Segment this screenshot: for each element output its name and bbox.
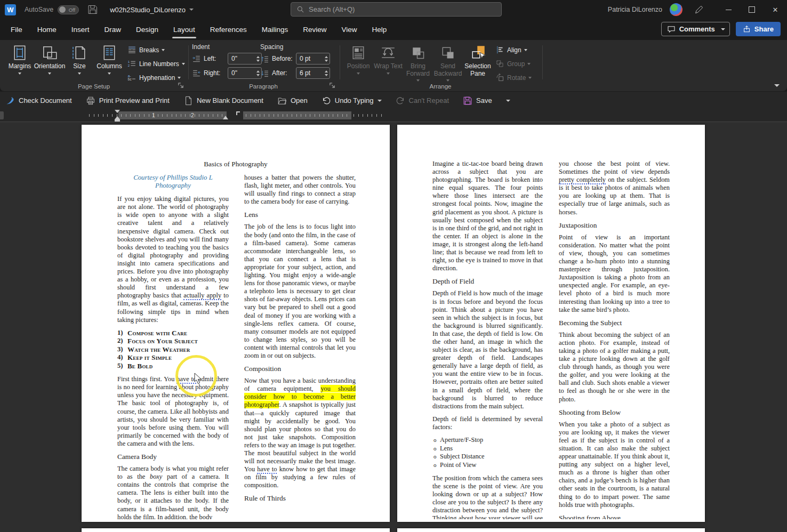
check-document-button[interactable]: Check Document <box>5 96 72 106</box>
share-button[interactable]: Share <box>736 22 781 36</box>
column2-indent-marker[interactable] <box>236 111 240 115</box>
doc-subheading: Shooting from Below <box>559 408 670 416</box>
page1-column1: Courtesy of Phillips Studio L Photograph… <box>117 174 229 519</box>
spacing-label: Spacing <box>260 43 330 51</box>
doc-para: Now that you have a basic understanding … <box>244 377 356 489</box>
spinner-buttons[interactable] <box>256 70 260 76</box>
doc-subheading: Rule of Thirds <box>244 494 356 502</box>
search-input[interactable]: Search (Alt+Q) <box>291 2 502 17</box>
align-button[interactable]: Align <box>494 44 533 55</box>
line-numbers-icon: 12 <box>127 59 136 68</box>
line-numbers-button[interactable]: 12Line Numbers <box>126 58 187 69</box>
breaks-button[interactable]: Breaks <box>126 44 187 55</box>
save-button[interactable]: Save <box>463 96 492 106</box>
tab-draw[interactable]: Draw <box>97 19 129 40</box>
horizontal-ruler[interactable]: 1 2 <box>83 111 390 119</box>
comments-button[interactable]: Comments <box>661 22 730 36</box>
chevron-down-icon <box>178 77 181 79</box>
spinner-buttons[interactable] <box>325 56 328 62</box>
open-button[interactable]: Open <box>277 96 308 106</box>
chevron-down-icon <box>48 72 51 75</box>
avatar[interactable] <box>670 3 682 16</box>
group-icon <box>495 59 504 68</box>
tab-mailings[interactable]: Mailings <box>254 19 296 40</box>
maximize-button[interactable] <box>740 0 764 19</box>
tab-help[interactable]: Help <box>365 19 395 40</box>
spin-up-icon[interactable] <box>256 56 260 58</box>
undo-typing-button[interactable]: Undo Typing <box>322 96 382 106</box>
collapse-ribbon-button[interactable] <box>774 84 780 87</box>
breaks-label: Breaks <box>139 46 159 54</box>
doc-para: you choose the best point of view. Somet… <box>559 160 670 216</box>
spin-down-icon[interactable] <box>325 74 328 76</box>
doc-subheading: Camera Body <box>117 453 229 461</box>
spacing-after-input[interactable]: 6 pt <box>296 67 330 79</box>
spacing-before-input[interactable]: 0 pt <box>296 53 330 65</box>
vertical-ruler-notch <box>0 111 4 119</box>
tab-home[interactable]: Home <box>30 19 64 40</box>
hyphenation-button[interactable]: a-bcHyphenation <box>126 72 187 83</box>
selection-pane-button[interactable]: Selection Pane <box>463 43 493 82</box>
doc-subheading: Composition <box>244 365 356 373</box>
tab-view[interactable]: View <box>334 19 364 40</box>
list-item: oAperture/F-Stop <box>432 436 543 444</box>
margins-button[interactable]: Margins <box>5 43 34 82</box>
minimize-button[interactable] <box>717 0 740 19</box>
indent-right-field: Right:0" <box>192 67 262 79</box>
spinner-buttons[interactable] <box>256 56 260 62</box>
spacing-before-value: 0 pt <box>300 55 310 62</box>
indent-left-input[interactable]: 0" <box>228 53 262 65</box>
spinner-buttons[interactable] <box>325 70 328 76</box>
close-button[interactable]: ✕ <box>764 0 787 19</box>
tab-design[interactable]: Design <box>129 19 166 40</box>
page-setup-dialog-launcher[interactable] <box>178 82 184 89</box>
spacing-after-field: After:6 pt <box>260 67 330 79</box>
chevron-down-icon <box>162 49 165 51</box>
spin-up-icon[interactable] <box>256 70 260 72</box>
first-line-indent-marker[interactable] <box>115 110 120 113</box>
page-4-top[interactable] <box>397 528 705 532</box>
spin-down-icon[interactable] <box>256 74 260 76</box>
spacing-after-label: After: <box>272 69 293 77</box>
spin-up-icon[interactable] <box>325 70 328 72</box>
doc-subheading: Becoming the Subject <box>559 319 670 327</box>
save-icon[interactable] <box>87 4 98 15</box>
comments-label: Comments <box>679 25 715 33</box>
chevron-down-icon[interactable] <box>378 100 382 102</box>
indent-right-value: 0" <box>231 69 237 77</box>
right-indent-marker[interactable] <box>223 116 228 119</box>
tab-file[interactable]: File <box>3 19 30 40</box>
spin-down-icon[interactable] <box>325 60 328 62</box>
tab-review[interactable]: Review <box>295 19 334 40</box>
tab-references[interactable]: References <box>203 19 254 40</box>
paragraph-dialog-launcher[interactable] <box>329 82 336 89</box>
size-button[interactable]: Size <box>65 43 94 82</box>
spin-up-icon[interactable] <box>325 56 328 58</box>
list-text: Point of View <box>440 461 477 469</box>
page-2[interactable]: Imagine a tic-tac-toe board being drawn … <box>397 125 705 522</box>
print-preview-and-print-button[interactable]: Print Preview and Print <box>86 96 170 106</box>
orientation-button[interactable]: Orientation <box>35 43 64 82</box>
tab-insert[interactable]: Insert <box>64 19 97 40</box>
columns-button[interactable]: Columns <box>95 43 124 82</box>
spacing-after-value: 6 pt <box>300 69 310 77</box>
can-t-repeat-label: Can't Repeat <box>409 96 449 104</box>
doc-title-chevron-icon[interactable] <box>189 9 194 11</box>
columns-icon <box>101 45 117 61</box>
page-3-top[interactable] <box>82 528 390 532</box>
doc-para: The camera body is what you might refer … <box>117 465 229 519</box>
spin-down-icon[interactable] <box>256 60 260 62</box>
size-label: Size <box>73 63 85 70</box>
autosave-toggle[interactable]: Off <box>58 5 79 14</box>
indent-label: Indent <box>192 43 262 51</box>
document-title[interactable]: w02h2Studio_DiLorenzo <box>110 6 186 14</box>
page-1[interactable]: Basics of Photography Courtesy of Philli… <box>82 125 390 522</box>
indent-right-input[interactable]: 0" <box>228 67 262 79</box>
ruler-bar: 1 2 <box>0 109 787 122</box>
tab-layout[interactable]: Layout <box>166 19 203 40</box>
ink-pen-icon[interactable] <box>694 5 704 14</box>
toggle-knob-icon <box>59 6 66 13</box>
spacing-after-icon <box>260 69 269 78</box>
new-blank-document-button[interactable]: New Blank Document <box>183 96 263 106</box>
toolbar-overflow-icon[interactable] <box>506 100 510 102</box>
